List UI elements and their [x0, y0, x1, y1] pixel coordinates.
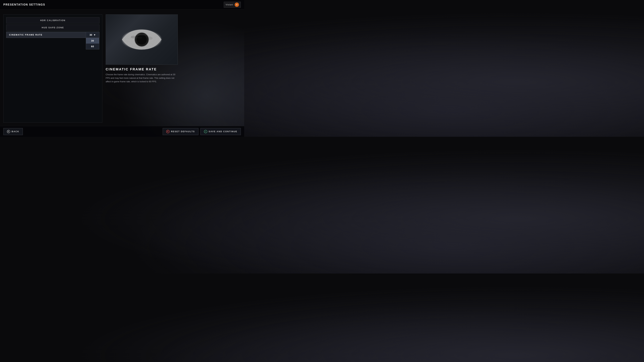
dropdown-label: CINEMATIC FRAME RATE: [6, 32, 86, 38]
right-buttons: ✕ RESET DEFAULTS ≡ SAVE AND CONTINUE: [163, 128, 241, 135]
bottom-bar: B BACK ✕ RESET DEFAULTS ≡ SAVE AND CONTI…: [0, 126, 244, 137]
eye-icon-container: [120, 26, 164, 53]
avatar: V: [234, 2, 239, 7]
back-button-label: BACK: [12, 130, 19, 133]
reset-button-label: RESET DEFAULTS: [171, 130, 195, 133]
dropdown-option-60[interactable]: 60: [86, 43, 99, 49]
preview-image: [106, 14, 178, 65]
header: PRESENTATION SETTINGS Vistani V: [0, 0, 244, 9]
right-panel: CINEMATIC FRAME RATE Choose the frame ra…: [102, 14, 241, 123]
cinematic-frame-rate-row[interactable]: CINEMATIC FRAME RATE 30 ▼ 30 60: [6, 32, 100, 38]
page-title: PRESENTATION SETTINGS: [3, 3, 45, 6]
save-continue-button[interactable]: ≡ SAVE AND CONTINUE: [200, 128, 241, 135]
dropdown-popup: 30 60: [86, 38, 99, 49]
eye-icon: [120, 26, 164, 53]
dropdown-value[interactable]: 30 ▼: [86, 32, 99, 37]
save-button-icon: ≡: [204, 130, 207, 133]
save-button-label: SAVE AND CONTINUE: [209, 130, 237, 133]
dropdown-option-30[interactable]: 30: [86, 38, 99, 43]
reset-button-icon: ✕: [166, 130, 170, 133]
svg-point-4: [131, 36, 136, 38]
left-panel: HDR CALIBRATION HUD SAFE-ZONE CINEMATIC …: [3, 14, 102, 123]
username: Vistani: [226, 3, 233, 6]
back-button[interactable]: B BACK: [3, 128, 23, 135]
menu-item-hdr-calibration[interactable]: HDR CALIBRATION: [6, 17, 100, 23]
menu-item-hud-safe-zone[interactable]: HUD SAFE-ZONE: [6, 24, 100, 31]
back-button-icon: B: [7, 130, 10, 133]
main-content: HDR CALIBRATION HUD SAFE-ZONE CINEMATIC …: [0, 9, 244, 126]
svg-point-5: [146, 36, 152, 40]
user-info: Vistani V: [224, 2, 241, 8]
setting-description: Choose the frame rate during cinematics.…: [106, 73, 178, 83]
setting-title: CINEMATIC FRAME RATE: [106, 67, 241, 71]
dropdown-selected: 30: [90, 33, 92, 36]
chevron-down-icon: ▼: [94, 33, 96, 36]
svg-point-6: [136, 42, 140, 44]
reset-defaults-button[interactable]: ✕ RESET DEFAULTS: [163, 128, 198, 135]
